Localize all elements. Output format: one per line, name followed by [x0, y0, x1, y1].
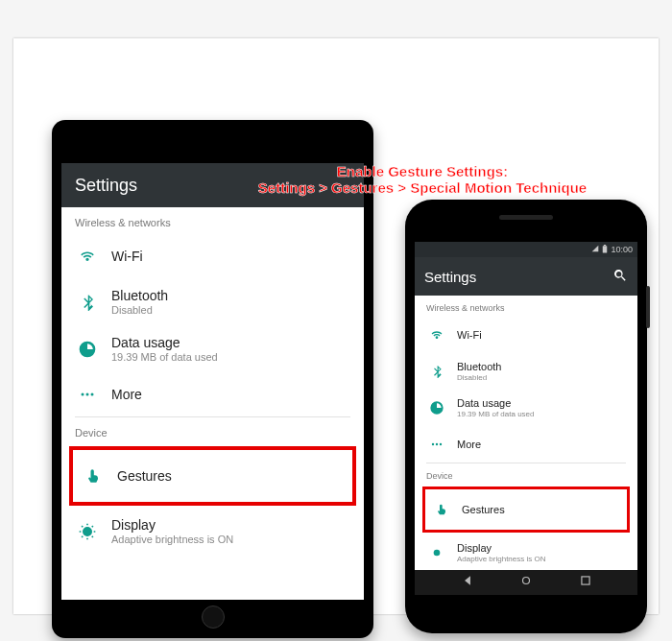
- display-sub: Adaptive brightness is ON: [111, 534, 233, 545]
- phone-section-wireless: Wireless & networks: [415, 296, 637, 317]
- bluetooth-label: Bluetooth: [111, 288, 168, 303]
- nav-back-icon[interactable]: [461, 574, 474, 591]
- svg-point-7: [440, 443, 442, 445]
- more-label: More: [111, 387, 142, 402]
- gestures-icon: [433, 501, 450, 518]
- svg-rect-3: [603, 246, 608, 252]
- instruction-annotation: Enable Gesture Settings: Settings > Gest…: [205, 163, 639, 196]
- phone-section-device: Device: [415, 463, 637, 485]
- battery-icon: [602, 245, 608, 255]
- phone-wifi-label: Wi-Fi: [457, 329, 482, 341]
- svg-rect-4: [604, 245, 606, 246]
- item-more[interactable]: More: [61, 372, 364, 416]
- phone-gestures-highlight: Gestures: [422, 487, 630, 533]
- bluetooth-texts: Bluetooth Disabled: [111, 288, 168, 316]
- svg-rect-10: [581, 577, 588, 584]
- phone-power-button[interactable]: [646, 286, 650, 328]
- display-label: Display: [111, 517, 233, 533]
- phone-data-label: Data usage: [457, 397, 535, 409]
- data-sub: 19.39 MB of data used: [111, 351, 218, 363]
- phone-display-label: Display: [457, 542, 546, 554]
- wifi-icon: [428, 326, 445, 344]
- phone-device: 10:00 Settings Wireless & networks Wi-Fi: [405, 200, 647, 633]
- phone-frame: 10:00 Settings Wireless & networks Wi-Fi: [405, 200, 647, 633]
- svg-point-5: [432, 443, 434, 445]
- wifi-label: Wi-Fi: [111, 249, 143, 264]
- search-icon[interactable]: [612, 268, 628, 286]
- bluetooth-icon: [428, 363, 445, 380]
- item-wifi[interactable]: Wi-Fi: [61, 234, 364, 278]
- display-texts: Display Adaptive brightness is ON: [111, 517, 233, 545]
- gestures-texts: Gestures: [117, 468, 172, 484]
- data-label: Data usage: [111, 335, 218, 350]
- svg-point-9: [523, 578, 530, 584]
- annotation-line2: Settings > Gestures > Special Motion Tec…: [205, 179, 639, 196]
- data-texts: Data usage 19.39 MB of data used: [111, 335, 218, 363]
- phone-bt-label: Bluetooth: [457, 361, 501, 372]
- appbar-title: Settings: [75, 176, 137, 196]
- display-icon: [77, 521, 98, 542]
- svg-point-6: [436, 443, 438, 445]
- data-usage-icon: [77, 339, 98, 360]
- data-usage-icon: [428, 399, 445, 416]
- more-icon: [77, 384, 98, 405]
- svg-point-8: [434, 550, 441, 557]
- gestures-icon: [83, 465, 104, 487]
- phone-more-label: More: [457, 439, 481, 450]
- android-navbar: [415, 570, 637, 595]
- item-gestures[interactable]: Gestures: [81, 454, 345, 498]
- tablet-device: Settings Wireless & networks Wi-Fi: [52, 120, 373, 638]
- item-data[interactable]: Data usage 19.39 MB of data used: [61, 325, 364, 372]
- phone-display-sub: Adaptive brightness is ON: [457, 555, 546, 563]
- gestures-label: Gestures: [117, 468, 172, 484]
- section-wireless: Wireless & networks: [61, 207, 364, 234]
- svg-point-0: [82, 393, 84, 396]
- annotation-line1: Enable Gesture Settings:: [205, 163, 639, 179]
- nav-home-icon[interactable]: [519, 574, 533, 591]
- wifi-texts: Wi-Fi: [111, 249, 143, 264]
- more-icon: [428, 436, 445, 453]
- phone-item-gestures[interactable]: Gestures: [431, 491, 621, 528]
- item-bluetooth[interactable]: Bluetooth Disabled: [61, 278, 364, 325]
- phone-gestures-label: Gestures: [462, 504, 505, 515]
- section-device: Device: [61, 417, 364, 444]
- bluetooth-sub: Disabled: [111, 304, 168, 316]
- canvas: Enable Gesture Settings: Settings > Gest…: [13, 38, 659, 614]
- svg-point-1: [86, 393, 89, 396]
- phone-appbar-title: Settings: [424, 269, 476, 285]
- phone-item-data[interactable]: Data usage 19.39 MB of data used: [415, 390, 637, 426]
- phone-bt-sub: Disabled: [457, 373, 501, 382]
- phone-appbar: Settings: [415, 257, 637, 296]
- signal-icon: [591, 245, 599, 254]
- tablet-screen: Settings Wireless & networks Wi-Fi: [61, 163, 364, 600]
- phone-screen: 10:00 Settings Wireless & networks Wi-Fi: [415, 242, 637, 595]
- bluetooth-icon: [77, 292, 98, 313]
- svg-point-2: [91, 393, 94, 396]
- phone-item-wifi[interactable]: Wi-Fi: [415, 317, 637, 353]
- phone-data-sub: 19.39 MB of data used: [457, 410, 535, 418]
- phone-item-more[interactable]: More: [415, 426, 637, 463]
- statusbar: 10:00: [415, 242, 637, 257]
- tablet-home-button[interactable]: [202, 605, 225, 629]
- phone-item-display[interactable]: Display Adaptive brightness is ON: [415, 534, 637, 571]
- display-icon: [428, 544, 445, 561]
- tablet-frame: Settings Wireless & networks Wi-Fi: [52, 120, 373, 638]
- item-display[interactable]: Display Adaptive brightness is ON: [61, 508, 364, 555]
- nav-recent-icon[interactable]: [579, 574, 592, 591]
- phone-item-bluetooth[interactable]: Bluetooth Disabled: [415, 353, 637, 390]
- more-texts: More: [111, 387, 142, 402]
- gestures-highlight: Gestures: [69, 446, 356, 506]
- wifi-icon: [77, 246, 98, 267]
- phone-speaker: [499, 215, 553, 220]
- statusbar-time: 10:00: [611, 245, 633, 254]
